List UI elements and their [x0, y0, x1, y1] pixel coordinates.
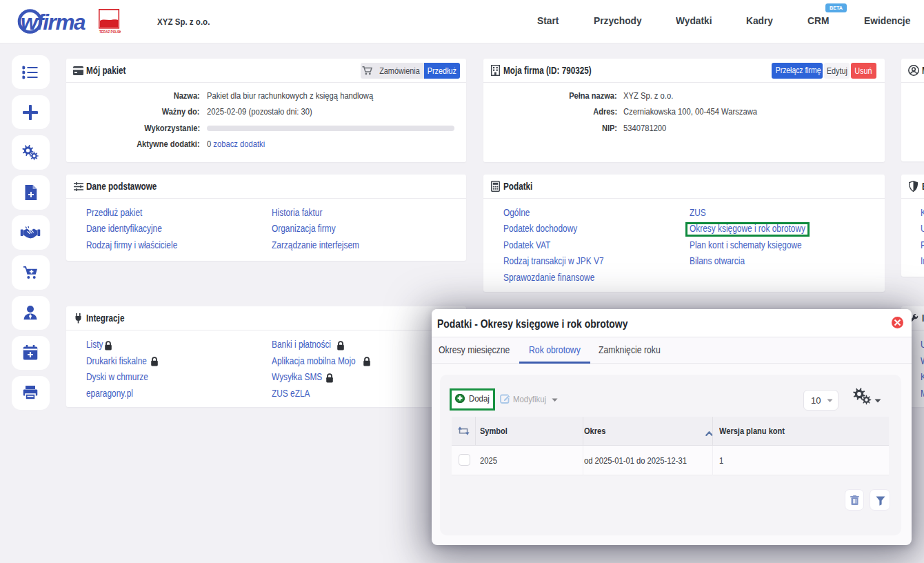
svg-text:TERAZ POLSKA: TERAZ POLSKA — [99, 30, 121, 34]
svg-text:wfirma: wfirma — [21, 10, 86, 34]
